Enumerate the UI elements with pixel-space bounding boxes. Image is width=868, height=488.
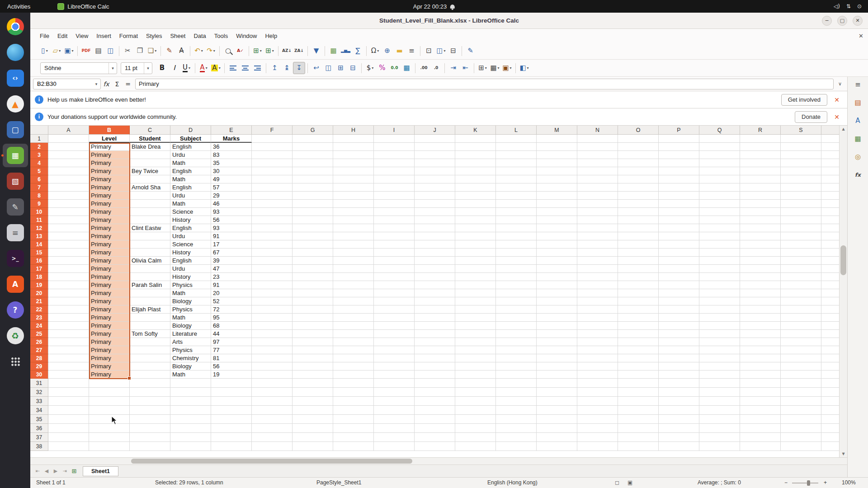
cell-B36[interactable] xyxy=(89,424,130,433)
cell-D2[interactable]: English xyxy=(170,143,211,151)
cell-A24[interactable] xyxy=(48,322,89,330)
cell-A15[interactable] xyxy=(48,249,89,257)
menu-help[interactable]: Help xyxy=(261,31,281,41)
column-header-F[interactable]: F xyxy=(252,126,292,135)
cell-S11[interactable] xyxy=(781,216,821,224)
cell-C7[interactable]: Arnold Sha xyxy=(130,183,170,192)
cell-E34[interactable] xyxy=(211,406,252,415)
cell-G24[interactable] xyxy=(292,322,333,330)
align-left-button[interactable] xyxy=(227,62,239,74)
cell-J14[interactable] xyxy=(415,240,455,249)
cell-L3[interactable] xyxy=(496,151,537,159)
cell-B22[interactable]: Primary xyxy=(89,305,130,314)
vertical-scrollbar[interactable]: ▲ ▼ xyxy=(839,126,847,457)
chevron-down-icon[interactable]: ▾ xyxy=(206,66,208,70)
cell-R32[interactable] xyxy=(740,388,781,397)
cell-M5[interactable] xyxy=(537,167,577,175)
cell-P18[interactable] xyxy=(659,273,699,281)
cell-B4[interactable]: Primary xyxy=(89,159,130,167)
cell-I4[interactable] xyxy=(374,159,415,167)
cell-P32[interactable] xyxy=(659,388,699,397)
cell-J16[interactable] xyxy=(415,257,455,265)
cell-M32[interactable] xyxy=(537,388,577,397)
column-header-B[interactable]: B xyxy=(89,126,130,135)
cell-G9[interactable] xyxy=(292,200,333,208)
cell-Q2[interactable] xyxy=(699,143,740,151)
cell-H28[interactable] xyxy=(333,354,374,362)
cell-P24[interactable] xyxy=(659,322,699,330)
column-header-C[interactable]: C xyxy=(130,126,170,135)
cell-J20[interactable] xyxy=(415,289,455,297)
cell-B23[interactable]: Primary xyxy=(89,314,130,322)
cell-R28[interactable] xyxy=(740,354,781,362)
cell-G15[interactable] xyxy=(292,249,333,257)
cell-O4[interactable] xyxy=(618,159,659,167)
cell-A19[interactable] xyxy=(48,281,89,289)
row-header-25[interactable]: 25 xyxy=(30,330,48,338)
cell-P36[interactable] xyxy=(659,424,699,433)
cell-Q8[interactable] xyxy=(699,192,740,200)
cell-L16[interactable] xyxy=(496,257,537,265)
cell-G28[interactable] xyxy=(292,354,333,362)
cell-K11[interactable] xyxy=(455,216,496,224)
increase-indent-button[interactable]: ⇥ xyxy=(447,62,459,74)
cell-F38[interactable] xyxy=(252,442,292,451)
navigator-icon[interactable]: ◎ xyxy=(852,151,864,163)
format-date-button[interactable]: ▦ xyxy=(401,62,413,74)
cell-K2[interactable] xyxy=(455,143,496,151)
cell-N2[interactable] xyxy=(577,143,618,151)
gallery-icon[interactable]: ▦ xyxy=(852,133,864,145)
align-right-button[interactable] xyxy=(251,62,264,74)
cell-H24[interactable] xyxy=(333,322,374,330)
cell-G14[interactable] xyxy=(292,240,333,249)
cell-F37[interactable] xyxy=(252,433,292,442)
cell-L35[interactable] xyxy=(496,415,537,424)
cell-E14[interactable]: 17 xyxy=(211,240,252,249)
cell-N13[interactable] xyxy=(577,232,618,240)
cell-D7[interactable]: English xyxy=(170,183,211,192)
show-draw-functions-button[interactable]: ✎ xyxy=(464,45,476,57)
highlight-color-button[interactable]: A▾ xyxy=(210,62,222,74)
cell-C34[interactable] xyxy=(130,406,170,415)
cell-Q37[interactable] xyxy=(699,433,740,442)
cell-D29[interactable]: Biology xyxy=(170,362,211,371)
cell-O3[interactable] xyxy=(618,151,659,159)
cell-S23[interactable] xyxy=(781,314,821,322)
cell-G32[interactable] xyxy=(292,388,333,397)
split-window-button[interactable]: ⊟ xyxy=(447,45,459,57)
cell-J3[interactable] xyxy=(415,151,455,159)
cell-A32[interactable] xyxy=(48,388,89,397)
menu-format[interactable]: Format xyxy=(115,31,142,41)
cell-B34[interactable] xyxy=(89,406,130,415)
cell-B3[interactable]: Primary xyxy=(89,151,130,159)
cell-B9[interactable]: Primary xyxy=(89,200,130,208)
row-header-2[interactable]: 2 xyxy=(30,143,48,151)
row-header-16[interactable]: 16 xyxy=(30,257,48,265)
cell-F9[interactable] xyxy=(252,200,292,208)
cell-D22[interactable]: Physics xyxy=(170,305,211,314)
cell-D3[interactable]: Urdu xyxy=(170,151,211,159)
cell-E29[interactable]: 56 xyxy=(211,362,252,371)
expand-formula-bar-icon[interactable]: ∨ xyxy=(835,81,844,87)
cell-C31[interactable] xyxy=(130,379,170,388)
cell-Q35[interactable] xyxy=(699,415,740,424)
cell-K37[interactable] xyxy=(455,433,496,442)
cell-P15[interactable] xyxy=(659,249,699,257)
cell-K26[interactable] xyxy=(455,338,496,346)
zoom-in-button[interactable]: + xyxy=(824,479,827,486)
row-header-30[interactable]: 30 xyxy=(30,371,48,379)
cell-K25[interactable] xyxy=(455,330,496,338)
cell-S24[interactable] xyxy=(781,322,821,330)
cell-N5[interactable] xyxy=(577,167,618,175)
cell-L18[interactable] xyxy=(496,273,537,281)
cell-S20[interactable] xyxy=(781,289,821,297)
cell-S13[interactable] xyxy=(781,232,821,240)
cell-F1[interactable] xyxy=(252,135,292,143)
cell-C14[interactable] xyxy=(130,240,170,249)
insert-comment-button[interactable]: ▬ xyxy=(393,45,406,57)
cell-E22[interactable]: 72 xyxy=(211,305,252,314)
cell-K31[interactable] xyxy=(455,379,496,388)
chevron-down-icon[interactable]: ▾ xyxy=(498,66,500,70)
cell-D15[interactable]: History xyxy=(170,249,211,257)
cell-A37[interactable] xyxy=(48,433,89,442)
